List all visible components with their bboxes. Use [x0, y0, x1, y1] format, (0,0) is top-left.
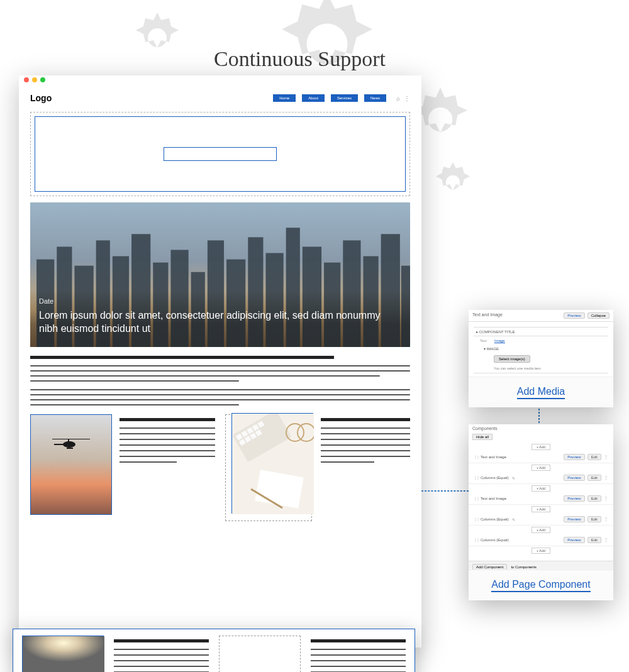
edit-button[interactable]: Edit	[587, 537, 601, 543]
component-name: Text and Image	[481, 455, 506, 459]
component-row[interactable]: Text and Image Preview Edit ⋮	[469, 493, 613, 505]
hero-date: Date	[39, 297, 401, 305]
column-2	[225, 414, 410, 521]
media-panel: Text and Image Preview Collapse ▸ COMPON…	[469, 310, 613, 407]
nav-home[interactable]: Home	[273, 94, 296, 102]
component-name: Columns (Equal)	[481, 476, 509, 480]
column-1	[30, 414, 215, 521]
component-name: Columns (Equal)	[481, 517, 509, 521]
add-media-link[interactable]: Add Media	[517, 386, 565, 399]
maximize-icon[interactable]	[40, 77, 45, 82]
preview-button[interactable]: Preview	[564, 537, 584, 543]
extended-row-card	[13, 629, 415, 672]
component-name: Text and Image	[481, 497, 506, 500]
add-slot-button[interactable]: + Add	[532, 527, 550, 533]
media-hint: You can select one media item.	[494, 366, 608, 370]
close-icon[interactable]	[24, 77, 29, 82]
drag-handle-icon[interactable]	[474, 475, 477, 480]
drag-handle-icon[interactable]	[474, 454, 477, 460]
drag-handle-icon[interactable]	[474, 496, 477, 501]
add-component-label: to Components	[511, 565, 537, 569]
preview-button[interactable]: Preview	[564, 312, 584, 319]
edit-button[interactable]: Edit	[587, 454, 601, 460]
nav-about[interactable]: About	[302, 94, 325, 102]
select-images-button[interactable]: Select image(s)	[494, 355, 530, 363]
image-stadium[interactable]	[22, 636, 104, 672]
panel-title: Text and Image	[472, 312, 503, 319]
component-row[interactable]: Columns (Equal) ✎ Preview Edit ⋮	[469, 514, 613, 526]
hero-headline: Lorem ipsum dolor sit amet, consectetuer…	[39, 309, 401, 336]
svg-rect-41	[23, 636, 104, 672]
nav-news[interactable]: News	[364, 94, 386, 102]
tab-image[interactable]: Image	[494, 339, 505, 343]
image-field-label: ▾ IMAGE	[484, 344, 608, 353]
add-slot-button[interactable]: + Add	[532, 548, 550, 554]
image-helicopter[interactable]	[30, 414, 112, 515]
minimize-icon[interactable]	[32, 77, 37, 82]
drag-handle-icon[interactable]	[474, 517, 477, 522]
hero-image: Date Lorem ipsum dolor sit amet, consect…	[30, 202, 410, 347]
browser-window: Logo Home About Services News ⌕ ⋮	[19, 75, 421, 647]
components-header: Components	[469, 424, 613, 432]
connector-line	[421, 490, 469, 492]
text-block	[30, 356, 410, 405]
menu-icon[interactable]: ⋮	[404, 95, 410, 102]
preview-button[interactable]: Preview	[564, 516, 584, 522]
component-row[interactable]: Columns (Equal) Preview Edit ⋮	[469, 534, 613, 546]
add-page-component-link[interactable]: Add Page Component	[491, 579, 590, 592]
gear-icon	[428, 157, 478, 207]
image-keyboard[interactable]	[231, 413, 313, 514]
row-menu-icon[interactable]: ⋮	[604, 454, 608, 460]
add-slot-button[interactable]: + Add	[532, 485, 550, 492]
image-dropzone-2[interactable]	[219, 636, 301, 672]
section-component-title[interactable]: ▸ COMPONENT TITLE	[474, 327, 608, 336]
tab-text[interactable]: Text	[480, 339, 487, 343]
svg-rect-21	[52, 439, 90, 439]
add-slot-button[interactable]: + Add	[532, 465, 550, 471]
svg-rect-25	[67, 448, 73, 449]
add-slot-button[interactable]: + Add	[532, 444, 550, 450]
row-menu-icon[interactable]: ⋮	[604, 517, 608, 522]
add-slot-button[interactable]: + Add	[532, 506, 550, 512]
collapse-button[interactable]: Collapse	[587, 312, 610, 319]
row-menu-icon[interactable]: ⋮	[604, 537, 608, 543]
components-panel: Components Hide all + Add Text and Image…	[469, 424, 613, 600]
hide-all-button[interactable]: Hide all	[472, 434, 493, 440]
page-title: Continuous Support	[214, 47, 386, 71]
nav-services[interactable]: Services	[331, 94, 358, 102]
component-row[interactable]: Columns (Equal) ✎ Preview Edit ⋮	[469, 472, 613, 484]
gear-icon	[126, 6, 189, 69]
row-menu-icon[interactable]: ⋮	[604, 475, 608, 480]
preview-button[interactable]: Preview	[564, 454, 584, 460]
component-row[interactable]: Text and Image Preview Edit ⋮	[469, 451, 613, 463]
editable-region[interactable]	[30, 112, 410, 196]
edit-button[interactable]: Edit	[587, 495, 601, 502]
site-logo[interactable]: Logo	[30, 93, 52, 103]
svg-rect-24	[54, 444, 67, 445]
window-controls	[19, 75, 421, 84]
edit-button[interactable]: Edit	[587, 475, 601, 481]
drag-handle-icon[interactable]	[474, 537, 477, 543]
component-input[interactable]	[164, 147, 277, 161]
preview-button[interactable]: Preview	[564, 495, 584, 502]
edit-button[interactable]: Edit	[587, 516, 601, 522]
component-name: Columns (Equal)	[481, 538, 509, 542]
connector-line	[538, 409, 540, 426]
site-nav: Home About Services News ⌕ ⋮	[273, 94, 410, 102]
row-menu-icon[interactable]: ⋮	[604, 496, 608, 501]
preview-button[interactable]: Preview	[564, 475, 584, 481]
search-icon[interactable]: ⌕	[396, 95, 400, 102]
